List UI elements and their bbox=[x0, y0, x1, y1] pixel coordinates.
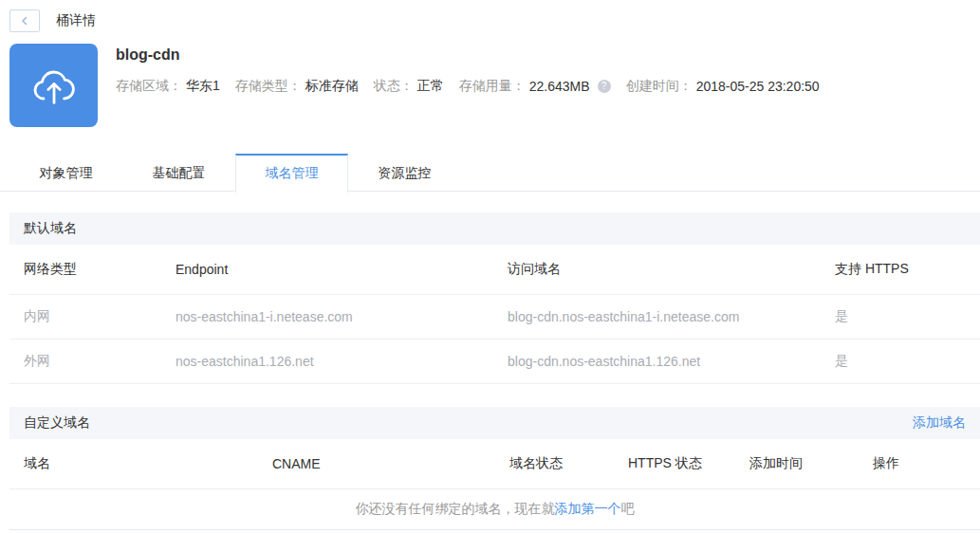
meta-status: 状态： 正常 bbox=[374, 78, 444, 95]
add-domain-button[interactable]: 添加域名 bbox=[913, 414, 966, 432]
meta-label: 存储类型： bbox=[235, 78, 302, 95]
meta-label: 创建时间： bbox=[626, 78, 693, 95]
empty-state-text: 你还没有任何绑定的域名，现在就 bbox=[356, 501, 555, 518]
back-button[interactable] bbox=[9, 9, 40, 32]
meta-value: 华东1 bbox=[186, 78, 220, 95]
empty-state-text-suffix: 吧 bbox=[621, 501, 635, 518]
column-header-endpoint: Endpoint bbox=[176, 262, 508, 277]
tab-bar: 对象管理 基础配置 域名管理 资源监控 bbox=[0, 154, 980, 192]
meta-storage-region: 存储区域： 华东1 bbox=[116, 78, 220, 95]
tab-domain-management[interactable]: 域名管理 bbox=[235, 154, 348, 193]
meta-value: 标准存储 bbox=[305, 78, 359, 95]
column-header-https-support: 支持 HTTPS bbox=[835, 261, 980, 278]
back-chevron-icon bbox=[19, 15, 30, 27]
topbar: 桶详情 bbox=[0, 0, 980, 32]
cloud-upload-icon bbox=[29, 63, 79, 108]
column-header-network-type: 网络类型 bbox=[24, 261, 176, 278]
default-domain-table: 网络类型 Endpoint 访问域名 支持 HTTPS 内网 nos-eastc… bbox=[9, 245, 980, 384]
tab-basic-config[interactable]: 基础配置 bbox=[122, 154, 235, 191]
custom-domain-table: 域名 CNAME 域名状态 HTTPS 状态 添加时间 操作 你还没有任何绑定的… bbox=[9, 439, 980, 530]
cell-access-domain: blog-cdn.nos-eastchina1.126.net bbox=[508, 354, 835, 369]
column-header-access-domain: 访问域名 bbox=[508, 261, 835, 278]
bucket-name: blog-cdn bbox=[116, 46, 835, 64]
meta-value: 2018-05-25 23:20:50 bbox=[696, 79, 820, 94]
meta-value: 22.643MB bbox=[529, 79, 590, 94]
custom-domain-title: 自定义域名 bbox=[24, 414, 90, 432]
bucket-info: blog-cdn 存储区域： 华东1 存储类型： 标准存储 状态： 正常 存储用… bbox=[116, 44, 835, 127]
column-header-https-status: HTTPS 状态 bbox=[628, 455, 749, 472]
cell-network-type: 外网 bbox=[24, 353, 176, 370]
meta-value: 正常 bbox=[417, 78, 444, 95]
bucket-meta: 存储区域： 华东1 存储类型： 标准存储 状态： 正常 存储用量： 22.643… bbox=[116, 78, 835, 95]
table-row: 外网 nos-eastchina1.126.net blog-cdn.nos-e… bbox=[9, 340, 980, 384]
page-title: 桶详情 bbox=[56, 12, 96, 29]
default-domain-section-header: 默认域名 bbox=[9, 212, 980, 245]
column-header-actions: 操作 bbox=[873, 455, 980, 472]
meta-storage-type: 存储类型： 标准存储 bbox=[235, 78, 359, 95]
tab-resource-monitoring[interactable]: 资源监控 bbox=[348, 154, 461, 191]
table-header-row: 域名 CNAME 域名状态 HTTPS 状态 添加时间 操作 bbox=[9, 439, 980, 489]
cell-https-support: 是 bbox=[835, 353, 980, 370]
add-first-domain-link[interactable]: 添加第一个 bbox=[555, 501, 621, 518]
column-header-domain-status: 域名状态 bbox=[509, 455, 628, 472]
column-header-cname: CNAME bbox=[272, 456, 509, 471]
cell-access-domain: blog-cdn.nos-eastchina1-i.netease.com bbox=[508, 309, 835, 324]
help-icon[interactable]: ? bbox=[598, 80, 611, 93]
meta-storage-usage: 存储用量： 22.643MB ? bbox=[459, 78, 611, 95]
cell-endpoint: nos-eastchina1.126.net bbox=[176, 354, 508, 369]
meta-label: 状态： bbox=[374, 78, 414, 95]
bucket-header: blog-cdn 存储区域： 华东1 存储类型： 标准存储 状态： 正常 存储用… bbox=[9, 44, 980, 127]
custom-domain-section-header: 自定义域名 添加域名 bbox=[9, 407, 980, 439]
cell-endpoint: nos-eastchina1-i.netease.com bbox=[176, 309, 508, 324]
column-header-domain: 域名 bbox=[24, 455, 272, 472]
cell-https-support: 是 bbox=[835, 308, 980, 325]
cell-network-type: 内网 bbox=[24, 308, 176, 325]
tab-object-management[interactable]: 对象管理 bbox=[9, 154, 122, 191]
meta-label: 存储用量： bbox=[459, 78, 526, 95]
table-header-row: 网络类型 Endpoint 访问域名 支持 HTTPS bbox=[9, 245, 980, 295]
empty-state: 你还没有任何绑定的域名，现在就添加第一个吧 bbox=[9, 489, 980, 530]
meta-created-time: 创建时间： 2018-05-25 23:20:50 bbox=[626, 78, 820, 95]
table-row: 内网 nos-eastchina1-i.netease.com blog-cdn… bbox=[9, 295, 980, 340]
default-domain-title: 默认域名 bbox=[24, 220, 77, 237]
bucket-icon bbox=[9, 44, 98, 127]
meta-label: 存储区域： bbox=[116, 78, 182, 95]
column-header-add-time: 添加时间 bbox=[749, 455, 873, 472]
